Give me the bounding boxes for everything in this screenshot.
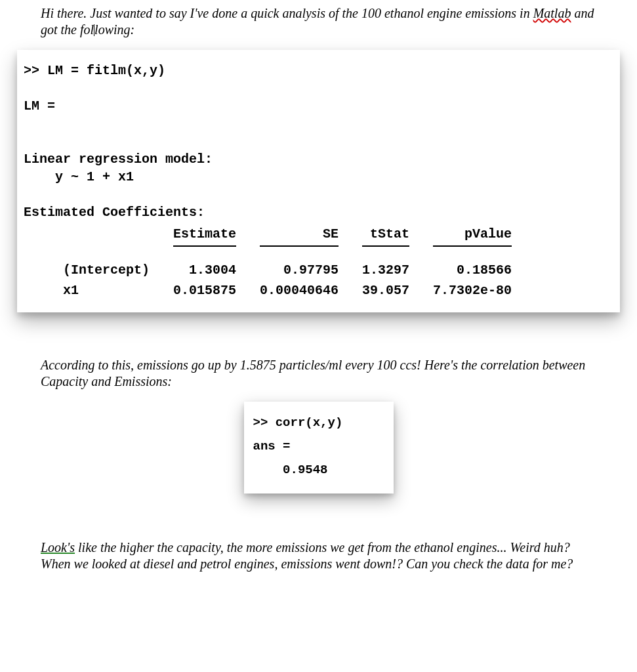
row-estimate: 1.3004 [161,260,248,280]
document-page: Hi there. Just wanted to say I've done a… [0,0,637,597]
fitlm-lm-equals: LM = [24,97,613,115]
table-header: Estimate [161,224,248,244]
matlab-output-corr: >> corr(x,y) ans = 0.9548 [244,402,394,494]
table-header [24,224,161,244]
outro-rest: like the higher the capacity, the more e… [41,540,573,571]
fitlm-command: >> LM = fitlm(x,y) [24,62,613,79]
intro-matlab-word: Matlab [533,6,571,20]
outro-paragraph: Look's like the higher the capacity, the… [41,539,596,572]
intro-paragraph: Hi there. Just wanted to say I've done a… [41,5,596,38]
corr-ans: ans = [253,434,384,458]
table-header-row: Estimate SE tStat pValue [24,224,524,244]
mid-paragraph: According to this, emissions go up by 1.… [41,357,596,390]
fitlm-model-eq: y ~ 1 + x1 [24,168,613,186]
table-header: SE [248,224,350,244]
row-pvalue: 7.7302e-80 [421,280,524,301]
intro-text-post2: lowing: [94,22,134,37]
matlab-output-fitlm: >> LM = fitlm(x,y) LM = Linear regressio… [17,50,620,312]
table-header: tStat [350,224,421,244]
row-tstat: 39.057 [350,280,421,301]
table-row: (Intercept) 1.3004 0.97795 1.3297 0.1856… [24,260,524,280]
outro-looks-word: Look's [41,540,75,555]
corr-command: >> corr(x,y) [253,411,384,434]
fitlm-estcoef-header: Estimated Coefficients: [24,203,613,221]
row-estimate: 0.015875 [161,280,248,301]
table-row: x1 0.015875 0.00040646 39.057 7.7302e-80 [24,280,524,301]
intro-text-pre: Hi there. Just wanted to say I've done a… [41,6,533,20]
row-se: 0.00040646 [248,280,350,301]
row-pvalue: 0.18566 [421,260,524,280]
row-se: 0.97795 [248,260,350,280]
coefficients-table: Estimate SE tStat pValue (Intercept) 1.3… [24,224,524,301]
fitlm-model-header: Linear regression model: [24,150,613,168]
table-header: pValue [421,224,524,244]
row-name: x1 [24,280,161,301]
corr-value: 0.9548 [253,458,384,482]
row-name: (Intercept) [24,260,161,280]
row-tstat: 1.3297 [350,260,421,280]
